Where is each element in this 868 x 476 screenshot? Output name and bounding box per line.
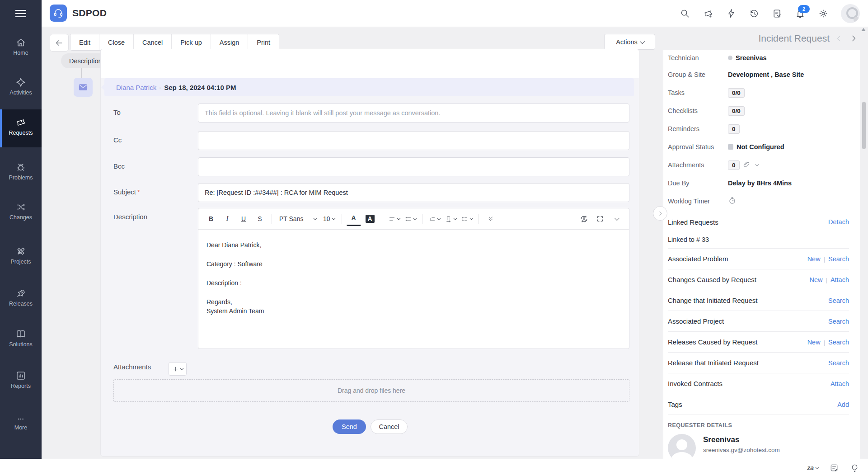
italic-button[interactable]: I	[220, 212, 235, 225]
previous-request-button[interactable]	[834, 33, 844, 43]
search-link[interactable]: Search	[828, 318, 849, 325]
sidebar-item-projects[interactable]: Projects	[0, 246, 42, 265]
notifications-icon[interactable]: 2	[795, 8, 806, 19]
attachments-count-badge[interactable]: 0	[728, 160, 740, 170]
cancel-button[interactable]: Cancel	[134, 34, 172, 50]
next-request-button[interactable]	[849, 33, 859, 43]
releases-rocket-icon	[15, 288, 26, 299]
subject-input[interactable]	[198, 183, 629, 202]
underline-button[interactable]: U	[236, 212, 251, 225]
edit-button[interactable]: Edit	[70, 34, 99, 50]
activities-icon	[15, 77, 26, 88]
changes-shuffle-icon	[15, 202, 26, 212]
attachments-label: Attachments	[113, 363, 151, 371]
technician-value[interactable]: Sreenivas	[736, 54, 767, 61]
sidebar-item-home[interactable]: Home	[0, 37, 42, 56]
survey-icon[interactable]	[772, 8, 783, 19]
chevron-down-icon[interactable]	[755, 162, 759, 166]
author-link[interactable]: Diana Patrick	[116, 84, 156, 91]
sidebar-item-more[interactable]: More	[0, 415, 42, 431]
sidebar-item-problems[interactable]: Problems	[0, 162, 42, 181]
fullscreen-button[interactable]	[593, 212, 607, 225]
send-button[interactable]: Send	[333, 419, 366, 434]
hamburger-menu-button[interactable]	[0, 0, 42, 27]
detach-link[interactable]: Detach	[828, 218, 849, 226]
search-link[interactable]: Search	[828, 359, 849, 367]
group-site-value[interactable]: Development , Base Site	[728, 71, 804, 78]
font-family-select[interactable]: PT Sans	[277, 212, 319, 225]
collapse-toolbar-button[interactable]	[609, 212, 624, 225]
attach-link[interactable]: Attach	[830, 380, 849, 387]
search-icon[interactable]	[680, 8, 690, 19]
releases-caused-row: Releases Caused by Request New|Search	[668, 331, 849, 352]
panel-collapse-toggle[interactable]	[653, 206, 667, 221]
add-link[interactable]: Add	[837, 401, 849, 408]
actions-dropdown-button[interactable]: Actions	[604, 34, 655, 50]
linked-to-value[interactable]: Linked to # 33	[668, 231, 849, 248]
outdent-button[interactable]	[427, 212, 441, 225]
bulb-icon[interactable]	[850, 464, 859, 472]
notes-icon[interactable]	[830, 463, 839, 472]
tasks-count-badge[interactable]: 0/0	[728, 88, 745, 98]
bold-button[interactable]: B	[204, 212, 218, 225]
paperclip-icon[interactable]	[743, 160, 751, 170]
bullet-list-button[interactable]	[403, 212, 418, 225]
font-size-select[interactable]: 10	[320, 212, 337, 225]
stopwatch-icon[interactable]	[728, 196, 737, 206]
search-link[interactable]: Search	[828, 297, 849, 304]
new-request-icon[interactable]	[703, 8, 713, 19]
font-color-button[interactable]: A	[347, 212, 361, 226]
sidebar-item-reports[interactable]: Reports	[0, 370, 42, 389]
text-direction-button[interactable]	[443, 212, 458, 225]
user-avatar[interactable]	[841, 4, 860, 23]
search-link[interactable]: Search	[828, 339, 849, 346]
line-spacing-button[interactable]	[460, 212, 474, 225]
strikethrough-button[interactable]: S	[253, 212, 267, 225]
highlight-color-button[interactable]: A	[366, 215, 375, 223]
sidebar-item-requests[interactable]: Requests	[0, 117, 42, 136]
new-link[interactable]: New	[807, 255, 821, 263]
pickup-button[interactable]: Pick up	[172, 34, 211, 50]
print-button[interactable]: Print	[248, 34, 279, 50]
close-button[interactable]: Close	[99, 34, 134, 50]
quick-actions-icon[interactable]	[726, 8, 737, 19]
insert-signature-button[interactable]	[577, 212, 591, 225]
approval-status-row: Approval Status Not Configured	[668, 138, 849, 156]
language-icon[interactable]: za	[807, 464, 818, 471]
requester-name[interactable]: Sreenivas	[703, 435, 780, 444]
new-link[interactable]: New	[809, 276, 822, 283]
editor-body[interactable]: Dear Diana Patrick, Category : Software …	[198, 230, 629, 326]
assign-button[interactable]: Assign	[211, 34, 249, 50]
release-initiated-row: Release that Initiated Request Search	[668, 352, 849, 373]
user-sync-icon	[580, 215, 588, 223]
scrollbar-up-arrow[interactable]	[861, 28, 866, 31]
scrollbar-thumb[interactable]	[862, 102, 866, 149]
checklists-count-badge[interactable]: 0/0	[728, 106, 745, 116]
cc-input[interactable]	[198, 131, 629, 150]
approval-status-icon	[728, 144, 733, 150]
chevron-right-icon	[657, 211, 663, 217]
sidebar-item-changes[interactable]: Changes	[0, 202, 42, 221]
align-button[interactable]	[387, 212, 401, 225]
compose-cancel-button[interactable]: Cancel	[371, 419, 408, 434]
thread-connector-line	[81, 68, 82, 78]
bcc-input[interactable]	[198, 157, 629, 176]
file-dropzone[interactable]: Drag and drop files here	[113, 379, 629, 402]
search-link[interactable]: Search	[828, 255, 849, 263]
reminders-count-badge[interactable]: 0	[728, 124, 740, 134]
history-icon[interactable]	[749, 8, 760, 19]
app-logo[interactable]	[50, 5, 67, 22]
attach-link[interactable]: Attach	[830, 276, 849, 283]
sidebar-item-activities[interactable]: Activities	[0, 77, 42, 96]
to-input[interactable]	[198, 104, 629, 123]
settings-gear-icon[interactable]	[818, 8, 829, 19]
more-tools-button[interactable]	[483, 212, 498, 225]
sidebar-item-releases[interactable]: Releases	[0, 288, 42, 307]
bullet-list-icon	[405, 216, 412, 222]
new-link[interactable]: New	[807, 339, 821, 346]
add-attachment-button[interactable]	[169, 362, 187, 376]
sidebar-item-solutions[interactable]: Solutions	[0, 329, 42, 348]
back-button[interactable]	[50, 34, 69, 52]
required-asterisk: *	[137, 188, 140, 196]
checklists-row: Checklists 0/0	[668, 102, 849, 120]
